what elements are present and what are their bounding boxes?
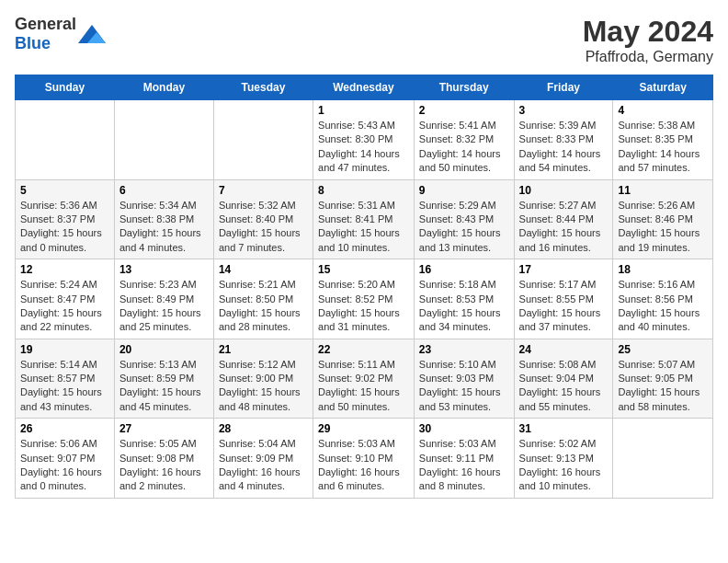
day-info: Sunrise: 5:17 AMSunset: 8:55 PMDaylight:… xyxy=(519,278,609,335)
calendar-table: Sunday Monday Tuesday Wednesday Thursday… xyxy=(15,75,713,499)
day-number: 5 xyxy=(20,184,109,197)
day-info: Sunrise: 5:27 AMSunset: 8:44 PMDaylight:… xyxy=(519,199,609,256)
day-info: Sunrise: 5:32 AMSunset: 8:40 PMDaylight:… xyxy=(219,199,308,256)
header-sunday: Sunday xyxy=(16,75,115,100)
day-info: Sunrise: 5:04 AMSunset: 9:09 PMDaylight:… xyxy=(219,437,308,494)
table-row: 14Sunrise: 5:21 AMSunset: 8:50 PMDayligh… xyxy=(213,259,313,339)
day-info: Sunrise: 5:10 AMSunset: 9:03 PMDaylight:… xyxy=(419,358,509,415)
table-row: 27Sunrise: 5:05 AMSunset: 9:08 PMDayligh… xyxy=(114,419,213,499)
day-number: 21 xyxy=(219,343,308,356)
day-number: 12 xyxy=(20,263,109,276)
table-row xyxy=(613,419,713,499)
table-row: 22Sunrise: 5:11 AMSunset: 9:02 PMDayligh… xyxy=(313,339,415,419)
day-info: Sunrise: 5:06 AMSunset: 9:07 PMDaylight:… xyxy=(20,437,109,494)
logo-icon xyxy=(78,25,106,43)
day-info: Sunrise: 5:29 AMSunset: 8:43 PMDaylight:… xyxy=(419,199,509,256)
table-row: 15Sunrise: 5:20 AMSunset: 8:52 PMDayligh… xyxy=(313,259,415,339)
table-row: 28Sunrise: 5:04 AMSunset: 9:09 PMDayligh… xyxy=(213,419,313,499)
day-info: Sunrise: 5:13 AMSunset: 8:59 PMDaylight:… xyxy=(119,358,209,415)
table-row: 20Sunrise: 5:13 AMSunset: 8:59 PMDayligh… xyxy=(114,339,213,419)
day-info: Sunrise: 5:18 AMSunset: 8:53 PMDaylight:… xyxy=(419,278,509,335)
day-number: 22 xyxy=(318,343,409,356)
day-number: 23 xyxy=(419,343,509,356)
table-row: 26Sunrise: 5:06 AMSunset: 9:07 PMDayligh… xyxy=(16,419,115,499)
day-number: 4 xyxy=(618,104,708,117)
day-info: Sunrise: 5:41 AMSunset: 8:32 PMDaylight:… xyxy=(419,119,509,176)
day-info: Sunrise: 5:43 AMSunset: 8:30 PMDaylight:… xyxy=(318,119,409,176)
table-row: 21Sunrise: 5:12 AMSunset: 9:00 PMDayligh… xyxy=(213,339,313,419)
day-info: Sunrise: 5:36 AMSunset: 8:37 PMDaylight:… xyxy=(20,199,109,256)
table-row: 18Sunrise: 5:16 AMSunset: 8:56 PMDayligh… xyxy=(613,259,713,339)
day-number: 16 xyxy=(419,263,509,276)
day-info: Sunrise: 5:21 AMSunset: 8:50 PMDaylight:… xyxy=(219,278,308,335)
table-row: 16Sunrise: 5:18 AMSunset: 8:53 PMDayligh… xyxy=(414,259,514,339)
day-info: Sunrise: 5:03 AMSunset: 9:10 PMDaylight:… xyxy=(318,437,409,494)
logo: General Blue xyxy=(15,15,106,53)
day-info: Sunrise: 5:16 AMSunset: 8:56 PMDaylight:… xyxy=(618,278,708,335)
table-row: 8Sunrise: 5:31 AMSunset: 8:41 PMDaylight… xyxy=(313,179,415,259)
header-thursday: Thursday xyxy=(414,75,514,100)
day-number: 28 xyxy=(219,422,308,435)
day-info: Sunrise: 5:14 AMSunset: 8:57 PMDaylight:… xyxy=(20,358,109,415)
table-row: 10Sunrise: 5:27 AMSunset: 8:44 PMDayligh… xyxy=(514,179,613,259)
header-friday: Friday xyxy=(514,75,613,100)
table-row: 11Sunrise: 5:26 AMSunset: 8:46 PMDayligh… xyxy=(613,179,713,259)
table-row: 6Sunrise: 5:34 AMSunset: 8:38 PMDaylight… xyxy=(114,179,213,259)
table-row: 25Sunrise: 5:07 AMSunset: 9:05 PMDayligh… xyxy=(613,339,713,419)
day-number: 13 xyxy=(119,263,209,276)
weekday-header-row: Sunday Monday Tuesday Wednesday Thursday… xyxy=(16,75,713,100)
day-info: Sunrise: 5:03 AMSunset: 9:11 PMDaylight:… xyxy=(419,437,509,494)
day-info: Sunrise: 5:39 AMSunset: 8:33 PMDaylight:… xyxy=(519,119,609,176)
header-saturday: Saturday xyxy=(613,75,713,100)
header-tuesday: Tuesday xyxy=(213,75,313,100)
day-info: Sunrise: 5:23 AMSunset: 8:49 PMDaylight:… xyxy=(119,278,209,335)
day-number: 31 xyxy=(519,422,609,435)
table-row: 17Sunrise: 5:17 AMSunset: 8:55 PMDayligh… xyxy=(514,259,613,339)
table-row: 1Sunrise: 5:43 AMSunset: 8:30 PMDaylight… xyxy=(313,100,415,180)
day-number: 9 xyxy=(419,184,509,197)
day-info: Sunrise: 5:24 AMSunset: 8:47 PMDaylight:… xyxy=(20,278,109,335)
calendar-week-row: 26Sunrise: 5:06 AMSunset: 9:07 PMDayligh… xyxy=(16,419,713,499)
table-row: 7Sunrise: 5:32 AMSunset: 8:40 PMDaylight… xyxy=(213,179,313,259)
day-info: Sunrise: 5:34 AMSunset: 8:38 PMDaylight:… xyxy=(119,199,209,256)
logo-general: General xyxy=(15,15,76,33)
day-number: 29 xyxy=(318,422,409,435)
table-row: 3Sunrise: 5:39 AMSunset: 8:33 PMDaylight… xyxy=(514,100,613,180)
page-header: General Blue May 2024 Pfaffroda, Germany xyxy=(15,15,713,65)
day-info: Sunrise: 5:02 AMSunset: 9:13 PMDaylight:… xyxy=(519,437,609,494)
day-number: 2 xyxy=(419,104,509,117)
day-number: 20 xyxy=(119,343,209,356)
day-info: Sunrise: 5:20 AMSunset: 8:52 PMDaylight:… xyxy=(318,278,409,335)
day-number: 18 xyxy=(618,263,708,276)
table-row: 12Sunrise: 5:24 AMSunset: 8:47 PMDayligh… xyxy=(16,259,115,339)
calendar-week-row: 19Sunrise: 5:14 AMSunset: 8:57 PMDayligh… xyxy=(16,339,713,419)
day-info: Sunrise: 5:11 AMSunset: 9:02 PMDaylight:… xyxy=(318,358,409,415)
day-number: 14 xyxy=(219,263,308,276)
day-info: Sunrise: 5:38 AMSunset: 8:35 PMDaylight:… xyxy=(618,119,708,176)
calendar-week-row: 12Sunrise: 5:24 AMSunset: 8:47 PMDayligh… xyxy=(16,259,713,339)
day-number: 27 xyxy=(119,422,209,435)
day-number: 24 xyxy=(519,343,609,356)
day-info: Sunrise: 5:07 AMSunset: 9:05 PMDaylight:… xyxy=(618,358,708,415)
table-row: 31Sunrise: 5:02 AMSunset: 9:13 PMDayligh… xyxy=(514,419,613,499)
calendar-week-row: 5Sunrise: 5:36 AMSunset: 8:37 PMDaylight… xyxy=(16,179,713,259)
day-number: 10 xyxy=(519,184,609,197)
table-row: 2Sunrise: 5:41 AMSunset: 8:32 PMDaylight… xyxy=(414,100,514,180)
day-info: Sunrise: 5:26 AMSunset: 8:46 PMDaylight:… xyxy=(618,199,708,256)
day-info: Sunrise: 5:05 AMSunset: 9:08 PMDaylight:… xyxy=(119,437,209,494)
calendar-subtitle: Pfaffroda, Germany xyxy=(583,49,713,65)
table-row: 29Sunrise: 5:03 AMSunset: 9:10 PMDayligh… xyxy=(313,419,415,499)
table-row: 24Sunrise: 5:08 AMSunset: 9:04 PMDayligh… xyxy=(514,339,613,419)
day-number: 8 xyxy=(318,184,409,197)
day-info: Sunrise: 5:31 AMSunset: 8:41 PMDaylight:… xyxy=(318,199,409,256)
day-number: 3 xyxy=(519,104,609,117)
header-monday: Monday xyxy=(114,75,213,100)
table-row xyxy=(213,100,313,180)
table-row xyxy=(114,100,213,180)
calendar-title: May 2024 xyxy=(583,15,713,49)
day-number: 6 xyxy=(119,184,209,197)
day-number: 1 xyxy=(318,104,409,117)
table-row: 9Sunrise: 5:29 AMSunset: 8:43 PMDaylight… xyxy=(414,179,514,259)
table-row: 23Sunrise: 5:10 AMSunset: 9:03 PMDayligh… xyxy=(414,339,514,419)
day-number: 17 xyxy=(519,263,609,276)
